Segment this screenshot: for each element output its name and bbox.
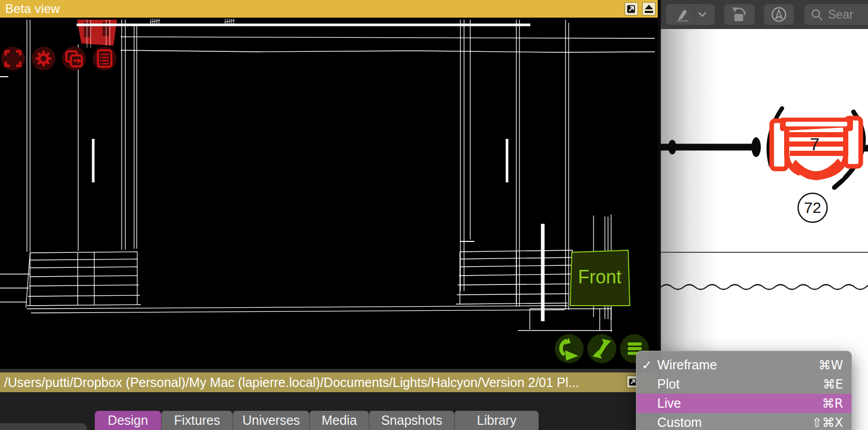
gear-icon	[32, 47, 55, 70]
view-settings-button[interactable]	[32, 47, 55, 70]
divider	[694, 6, 695, 23]
beta-view-window: Beta view	[0, 0, 658, 430]
tab-library[interactable]: Library	[454, 411, 539, 430]
tab-fixtures[interactable]: Fixtures	[161, 411, 233, 430]
fixture-channel-number: 7	[810, 134, 820, 154]
elevation-view-button[interactable]	[587, 334, 616, 363]
side-panel-corner	[0, 423, 87, 430]
shortcut-label: ⌘W	[818, 358, 843, 372]
shortcut-label: ⌘E	[823, 377, 843, 392]
menu-item-wireframe[interactable]: ✓ Wireframe ⌘W	[636, 355, 851, 375]
marker-pen-icon	[673, 5, 691, 24]
document-path-bar[interactable]: /Users/putti/Dropbox (Personal)/My Mac (…	[0, 372, 658, 392]
search-icon	[809, 7, 824, 22]
wireframe-viewport[interactable]: Front	[0, 18, 658, 369]
up-down-arrows-icon	[587, 334, 616, 363]
window-title: Beta view	[5, 2, 60, 16]
navigate-arrow-circle-icon	[769, 5, 789, 24]
beta-view-titlebar[interactable]: Beta view	[0, 0, 658, 18]
eject-icon	[644, 4, 654, 14]
bottom-tab-bar: Design Fixtures Universes Media Snapshot…	[0, 392, 658, 430]
popout-arrow-icon	[626, 4, 636, 14]
view-mode-context-menu: ✓ Wireframe ⌘W Plot ⌘E Live ⌘R Custom ⇧⌘…	[636, 351, 852, 430]
annotate-pen-button[interactable]	[666, 4, 715, 25]
window-divider	[0, 369, 658, 372]
menu-item-plot[interactable]: Plot ⌘E	[636, 375, 851, 394]
menu-item-custom[interactable]: Custom ⇧⌘X	[636, 413, 851, 430]
front-label-text: Front	[578, 266, 621, 288]
menu-item-live[interactable]: Live ⌘R	[636, 394, 851, 413]
tab-snapshots[interactable]: Snapshots	[369, 411, 454, 430]
front-orientation-label[interactable]: Front	[570, 250, 630, 306]
search-placeholder: Sear	[828, 8, 853, 22]
notes-list-icon	[93, 47, 117, 70]
checkmark-icon: ✓	[636, 358, 657, 372]
tab-media[interactable]: Media	[309, 411, 369, 430]
search-input[interactable]: Sear	[804, 4, 868, 25]
orbit-rotate-icon	[555, 334, 584, 363]
tab-universes[interactable]: Universes	[233, 411, 309, 430]
document-path: /Users/putti/Dropbox (Personal)/My Mac (…	[4, 375, 624, 390]
popout-window-button[interactable]	[625, 2, 638, 16]
shortcut-label: ⇧⌘X	[812, 415, 843, 430]
fixture-unit-bubble: 72	[798, 193, 827, 222]
expand-icon	[1, 47, 25, 70]
duplicate-view-button[interactable]	[62, 47, 86, 70]
plot-toolbar: Sear	[661, 0, 868, 29]
chevron-down-icon[interactable]	[698, 11, 707, 18]
shortcut-label: ⌘R	[822, 396, 843, 411]
tab-design[interactable]: Design	[95, 411, 161, 430]
notes-button[interactable]	[93, 47, 117, 70]
fullscreen-button[interactable]	[1, 47, 25, 70]
orbit-view-button[interactable]	[555, 334, 584, 363]
navigate-button[interactable]	[764, 4, 794, 25]
break-wavy-line	[661, 285, 868, 290]
rotate-object-button[interactable]	[724, 4, 755, 25]
duplicate-icon	[62, 47, 86, 70]
app-screen: Beta view	[0, 0, 868, 430]
collapse-view-button[interactable]	[642, 2, 656, 16]
fixture-unit-number: 72	[804, 199, 821, 216]
main-tabs: Design Fixtures Universes Media Snapshot…	[95, 411, 539, 430]
rotate-icon	[729, 5, 749, 24]
